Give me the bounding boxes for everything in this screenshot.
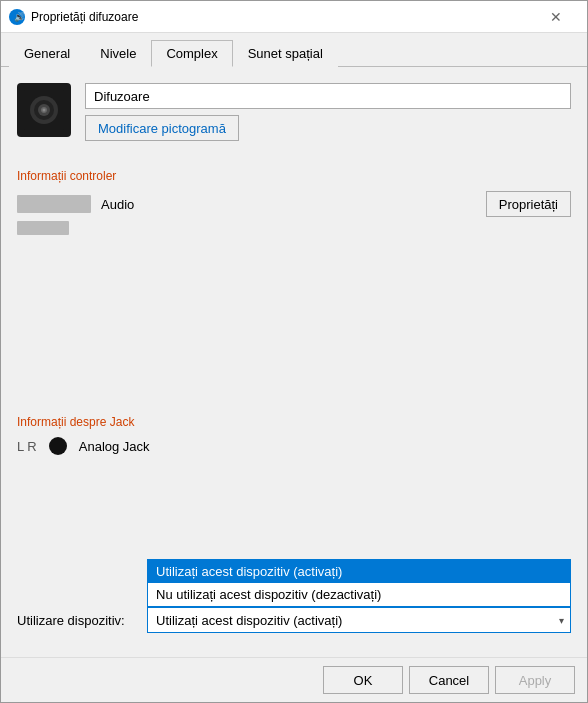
tab-general[interactable]: General [9, 40, 85, 67]
jack-lr-label: L R [17, 439, 37, 454]
jack-section: Informații despre Jack L R Analog Jack [17, 403, 571, 455]
controller-left: Audio [17, 195, 134, 213]
apply-button[interactable]: Apply [495, 666, 575, 694]
controller-text: Audio [101, 197, 134, 212]
speaker-icon [24, 90, 64, 130]
dropdown-selected-text: Utilizați acest dispozitiv (activați) [156, 613, 342, 628]
device-icon [17, 83, 71, 137]
controller-sub-row [17, 221, 571, 235]
svg-point-7 [43, 109, 46, 112]
tab-bar: General Nivele Complex Sunet spațial [1, 33, 587, 67]
use-device-row: Utilizare dispozitiv: Utilizați acest di… [17, 607, 571, 633]
jack-label: Analog Jack [79, 439, 150, 454]
dialog-window: 🔊 Proprietăți difuzoare ✕ General Nivele… [0, 0, 588, 703]
properties-button[interactable]: Proprietăți [486, 191, 571, 217]
tab-sunet[interactable]: Sunet spațial [233, 40, 338, 67]
use-device-dropdown[interactable]: Utilizați acest dispozitiv (activați) ▾ [147, 607, 571, 633]
title-bar: 🔊 Proprietăți difuzoare ✕ [1, 1, 587, 33]
device-header: Modificare pictogramă [17, 83, 571, 141]
dropdown-wrapper: Utilizați acest dispozitiv (activați) ▾ … [147, 607, 571, 633]
controller-section-label: Informații controler [17, 169, 571, 183]
tab-nivele[interactable]: Nivele [85, 40, 151, 67]
controller-section: Informații controler Audio Proprietăți [17, 157, 571, 235]
use-device-label: Utilizare dispozitiv: [17, 613, 137, 628]
change-icon-button[interactable]: Modificare pictogramă [85, 115, 239, 141]
device-name-input[interactable] [85, 83, 571, 109]
svg-text:🔊: 🔊 [14, 11, 25, 23]
tab-complex[interactable]: Complex [151, 40, 232, 67]
app-icon: 🔊 [9, 9, 25, 25]
close-button[interactable]: ✕ [533, 1, 579, 33]
content-area: Modificare pictogramă Informații control… [1, 67, 587, 657]
dropdown-list: Utilizați acest dispozitiv (activați) Nu… [147, 559, 571, 607]
jack-dot [49, 437, 67, 455]
controller-row: Audio Proprietăți [17, 191, 571, 217]
dropdown-item-activate[interactable]: Utilizați acest dispozitiv (activați) [148, 560, 570, 583]
dropdown-item-deactivate[interactable]: Nu utilizați acest dispozitiv (dezactiva… [148, 583, 570, 606]
title-bar-text: Proprietăți difuzoare [31, 10, 533, 24]
jack-section-label: Informații despre Jack [17, 415, 571, 429]
device-name-area: Modificare pictogramă [85, 83, 571, 141]
jack-row: L R Analog Jack [17, 437, 571, 455]
dropdown-arrow-icon: ▾ [559, 615, 564, 626]
cancel-button[interactable]: Cancel [409, 666, 489, 694]
controller-bar [17, 195, 91, 213]
footer: OK Cancel Apply [1, 657, 587, 702]
ok-button[interactable]: OK [323, 666, 403, 694]
controller-bar-small [17, 221, 69, 235]
